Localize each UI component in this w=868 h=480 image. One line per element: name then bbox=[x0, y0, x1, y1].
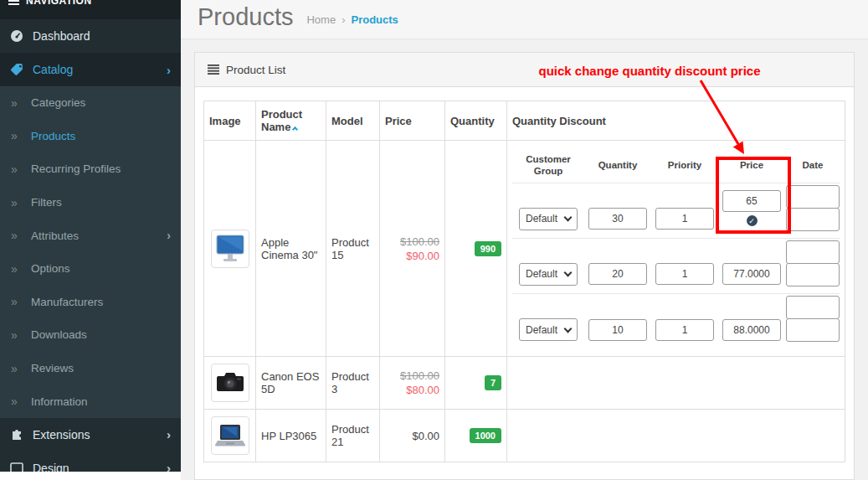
discount-header-quantity: Quantity bbox=[584, 147, 651, 183]
column-header-image: Image bbox=[204, 101, 256, 141]
breadcrumb-home-link[interactable]: Home bbox=[306, 13, 336, 26]
column-header-model[interactable]: Model bbox=[326, 101, 380, 141]
column-header-quantity-discount: Quantity Discount bbox=[507, 101, 845, 141]
tags-icon bbox=[8, 63, 25, 76]
product-quantity-cell: 7 bbox=[445, 357, 507, 410]
sidebar-item-filters[interactable]: » Filters bbox=[0, 186, 181, 219]
double-chevron-icon: » bbox=[11, 96, 23, 110]
canon-eos-thumbnail bbox=[211, 364, 249, 402]
price-special: $80.00 bbox=[385, 384, 439, 396]
chevron-down-icon bbox=[564, 324, 573, 333]
product-price: $100.00 $90.00 bbox=[380, 141, 445, 357]
chevron-right-icon: › bbox=[167, 229, 171, 242]
chevron-right-icon: › bbox=[167, 427, 171, 441]
product-list-panel: Product List Image Product Name Model Pr… bbox=[194, 52, 855, 480]
sidebar-item-label: Dashboard bbox=[33, 29, 171, 43]
discount-priority-input[interactable] bbox=[655, 208, 714, 230]
double-chevron-icon: » bbox=[11, 362, 23, 375]
discount-header-priority: Priority bbox=[651, 147, 718, 183]
menu-bars-icon bbox=[8, 0, 19, 6]
customer-group-select[interactable]: Default bbox=[519, 208, 578, 230]
dashboard-icon bbox=[8, 29, 25, 43]
sidebar-item-label: Attributes bbox=[31, 230, 79, 242]
product-model: Product 3 bbox=[326, 357, 380, 410]
sidebar-item-label: Catalog bbox=[33, 63, 159, 76]
sidebar-item-reviews[interactable]: » Reviews bbox=[0, 352, 181, 385]
sidebar-item-products[interactable]: » Products bbox=[0, 120, 181, 153]
double-chevron-icon: » bbox=[11, 129, 23, 142]
column-header-price[interactable]: Price bbox=[380, 101, 445, 141]
sidebar-item-label: Design bbox=[33, 462, 159, 472]
sidebar-item-label: Categories bbox=[31, 96, 85, 109]
discount-date-end-input[interactable] bbox=[786, 318, 840, 342]
layout-icon bbox=[8, 462, 25, 472]
product-name: Apple Cinema 30" bbox=[256, 141, 326, 357]
sidebar-item-label: Products bbox=[31, 130, 75, 142]
customer-group-select[interactable]: Default bbox=[519, 263, 578, 286]
product-model: Product 21 bbox=[326, 410, 380, 462]
opencart-admin-products-page: { "sidebar": { "header": "NAVIGATION", "… bbox=[0, 0, 868, 480]
discount-price-input[interactable] bbox=[722, 319, 781, 341]
discount-date-end-input[interactable] bbox=[786, 208, 840, 231]
sidebar-item-catalog[interactable]: Catalog › bbox=[0, 53, 181, 86]
page-title: Products bbox=[198, 3, 293, 31]
discount-quantity-input[interactable] bbox=[588, 263, 647, 285]
discount-row: Default bbox=[512, 239, 840, 294]
sidebar-item-recurring-profiles[interactable]: » Recurring Profiles bbox=[0, 152, 181, 186]
sidebar-item-design[interactable]: Design › bbox=[0, 452, 181, 472]
sidebar-item-manufacturers[interactable]: » Manufacturers bbox=[0, 286, 181, 319]
sidebar-item-categories[interactable]: » Categories bbox=[0, 86, 181, 120]
discount-date-start-input[interactable] bbox=[786, 185, 840, 209]
list-icon bbox=[208, 65, 219, 75]
discount-priority-input[interactable] bbox=[655, 319, 714, 341]
discount-header-customer-group: Customer Group bbox=[512, 147, 584, 183]
discount-price-input[interactable] bbox=[722, 263, 781, 285]
sidebar-item-attributes[interactable]: » Attributes › bbox=[0, 219, 181, 252]
discount-date-end-input[interactable] bbox=[786, 263, 840, 286]
sidebar-item-downloads[interactable]: » Downloads bbox=[0, 318, 181, 352]
page-header: Products Home › Products bbox=[181, 0, 868, 39]
sidebar-item-label: Options bbox=[31, 262, 70, 275]
sidebar-item-label: Extensions bbox=[33, 428, 159, 441]
panel-body: Image Product Name Model Price Quantity … bbox=[195, 87, 854, 476]
product-name: Canon EOS 5D bbox=[256, 357, 326, 410]
product-model: Product 15 bbox=[326, 141, 380, 357]
breadcrumb-current-link[interactable]: Products bbox=[351, 13, 398, 26]
sidebar-item-label: Reviews bbox=[31, 362, 74, 374]
chevron-down-icon bbox=[564, 214, 573, 222]
content-area: Product List Image Product Name Model Pr… bbox=[181, 39, 868, 480]
breadcrumb-separator: › bbox=[342, 13, 345, 26]
quantity-badge: 990 bbox=[475, 241, 501, 256]
sidebar-item-label: Downloads bbox=[31, 328, 87, 341]
sidebar-item-extensions[interactable]: Extensions › bbox=[0, 418, 181, 452]
discount-quantity-input[interactable] bbox=[588, 208, 647, 230]
sidebar-item-label: Information bbox=[31, 395, 88, 408]
discount-date-start-input[interactable] bbox=[786, 296, 840, 319]
breadcrumb: Home › Products bbox=[306, 13, 398, 26]
discount-priority-input[interactable] bbox=[655, 263, 714, 285]
puzzle-icon bbox=[8, 428, 25, 441]
sidebar-item-options[interactable]: » Options bbox=[0, 252, 181, 286]
discount-quantity-input[interactable] bbox=[588, 319, 647, 341]
product-name: HP LP3065 bbox=[256, 410, 326, 462]
customer-group-select[interactable]: Default bbox=[519, 318, 578, 341]
product-price: $0.00 bbox=[380, 410, 445, 462]
product-image-cell bbox=[204, 141, 256, 357]
product-quantity-cell: 1000 bbox=[445, 410, 507, 462]
price-old: $100.00 bbox=[385, 369, 439, 382]
column-header-quantity[interactable]: Quantity bbox=[445, 101, 507, 141]
discount-header-row: Customer Group Quantity Priority Price D… bbox=[512, 147, 840, 183]
apple-cinema-thumbnail bbox=[211, 230, 249, 268]
table-row: HP LP3065 Product 21 $0.00 1000 bbox=[204, 410, 845, 462]
discount-price-input[interactable] bbox=[722, 190, 781, 212]
saved-check-icon: ✓ bbox=[747, 215, 758, 226]
quantity-discount-cell: Customer Group Quantity Priority Price D… bbox=[507, 141, 845, 357]
sidebar-item-dashboard[interactable]: Dashboard bbox=[0, 19, 181, 53]
discount-date-start-input[interactable] bbox=[786, 240, 840, 264]
column-header-product-name[interactable]: Product Name bbox=[256, 101, 326, 141]
sidebar-header: NAVIGATION bbox=[0, 0, 181, 19]
discount-row: Default bbox=[512, 294, 840, 349]
double-chevron-icon: » bbox=[11, 229, 23, 242]
discount-row: Default ✓ bbox=[512, 183, 840, 239]
sidebar-item-information[interactable]: » Information bbox=[0, 385, 181, 418]
